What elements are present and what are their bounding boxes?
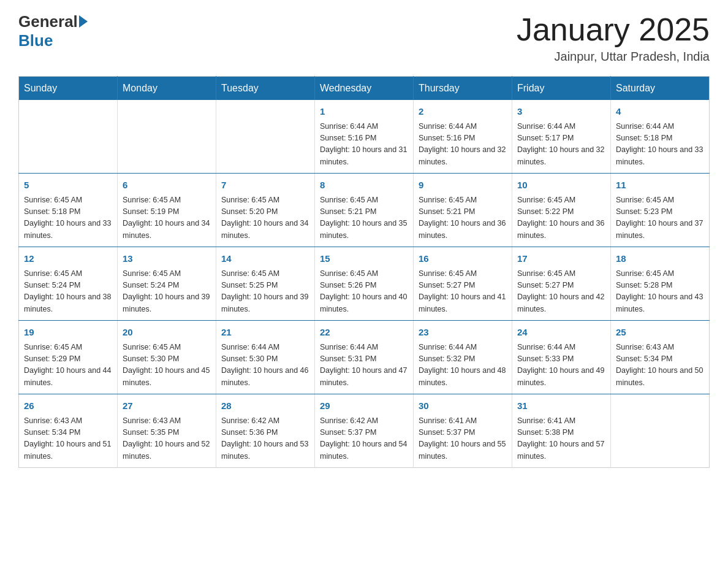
calendar-cell: 28Sunrise: 6:42 AMSunset: 5:36 PMDayligh… <box>216 394 315 468</box>
day-info: Sunrise: 6:45 AMSunset: 5:21 PMDaylight:… <box>419 194 507 242</box>
day-info: Sunrise: 6:45 AMSunset: 5:21 PMDaylight:… <box>320 194 408 242</box>
day-info: Sunrise: 6:45 AMSunset: 5:22 PMDaylight:… <box>517 194 605 242</box>
calendar-cell <box>611 394 710 468</box>
day-info: Sunrise: 6:45 AMSunset: 5:23 PMDaylight:… <box>616 194 704 242</box>
day-number: 22 <box>320 326 408 340</box>
calendar-body: 1Sunrise: 6:44 AMSunset: 5:16 PMDaylight… <box>19 100 710 468</box>
logo-triangle-icon <box>79 15 88 28</box>
day-info: Sunrise: 6:45 AMSunset: 5:24 PMDaylight:… <box>24 268 112 316</box>
calendar-cell: 7Sunrise: 6:45 AMSunset: 5:20 PMDaylight… <box>216 174 315 247</box>
calendar-table: SundayMondayTuesdayWednesdayThursdayFrid… <box>18 76 710 468</box>
day-number: 12 <box>24 252 112 266</box>
day-number: 26 <box>24 399 112 413</box>
day-number: 27 <box>123 399 211 413</box>
calendar-cell: 27Sunrise: 6:43 AMSunset: 5:35 PMDayligh… <box>118 394 216 468</box>
calendar-cell: 15Sunrise: 6:45 AMSunset: 5:26 PMDayligh… <box>315 247 414 321</box>
calendar-cell: 22Sunrise: 6:44 AMSunset: 5:31 PMDayligh… <box>315 321 414 394</box>
day-header-row: SundayMondayTuesdayWednesdayThursdayFrid… <box>19 77 710 101</box>
day-info: Sunrise: 6:44 AMSunset: 5:16 PMDaylight:… <box>320 121 408 169</box>
day-number: 2 <box>419 105 507 119</box>
calendar-cell: 3Sunrise: 6:44 AMSunset: 5:17 PMDaylight… <box>512 100 611 174</box>
day-info: Sunrise: 6:45 AMSunset: 5:30 PMDaylight:… <box>123 342 211 389</box>
calendar-cell: 10Sunrise: 6:45 AMSunset: 5:22 PMDayligh… <box>512 174 611 247</box>
calendar-cell: 18Sunrise: 6:45 AMSunset: 5:28 PMDayligh… <box>611 247 710 321</box>
day-info: Sunrise: 6:44 AMSunset: 5:16 PMDaylight:… <box>419 121 507 169</box>
day-number: 8 <box>320 178 408 193</box>
day-info: Sunrise: 6:45 AMSunset: 5:27 PMDaylight:… <box>517 268 605 316</box>
day-info: Sunrise: 6:43 AMSunset: 5:34 PMDaylight:… <box>616 342 704 389</box>
day-number: 31 <box>517 399 605 413</box>
day-header-friday: Friday <box>512 77 611 101</box>
day-info: Sunrise: 6:45 AMSunset: 5:18 PMDaylight:… <box>24 194 112 242</box>
logo-blue-part <box>78 15 88 29</box>
day-info: Sunrise: 6:45 AMSunset: 5:26 PMDaylight:… <box>320 268 408 316</box>
day-number: 20 <box>123 326 211 340</box>
day-number: 28 <box>221 399 309 413</box>
calendar-cell: 20Sunrise: 6:45 AMSunset: 5:30 PMDayligh… <box>118 321 216 394</box>
day-header-thursday: Thursday <box>414 77 512 101</box>
calendar-cell: 12Sunrise: 6:45 AMSunset: 5:24 PMDayligh… <box>19 247 118 321</box>
calendar-cell: 13Sunrise: 6:45 AMSunset: 5:24 PMDayligh… <box>118 247 216 321</box>
calendar-cell: 16Sunrise: 6:45 AMSunset: 5:27 PMDayligh… <box>414 247 512 321</box>
calendar-cell: 25Sunrise: 6:43 AMSunset: 5:34 PMDayligh… <box>611 321 710 394</box>
day-info: Sunrise: 6:43 AMSunset: 5:34 PMDaylight:… <box>24 415 112 463</box>
calendar-cell: 31Sunrise: 6:41 AMSunset: 5:38 PMDayligh… <box>512 394 611 468</box>
calendar-week-3: 19Sunrise: 6:45 AMSunset: 5:29 PMDayligh… <box>19 321 710 394</box>
month-title: January 2025 <box>517 12 710 47</box>
day-number: 18 <box>616 252 704 266</box>
calendar-header: SundayMondayTuesdayWednesdayThursdayFrid… <box>19 77 710 101</box>
day-number: 30 <box>419 399 507 413</box>
location-subtitle: Jainpur, Uttar Pradesh, India <box>517 50 710 64</box>
calendar-week-0: 1Sunrise: 6:44 AMSunset: 5:16 PMDaylight… <box>19 100 710 174</box>
calendar-cell <box>118 100 216 174</box>
logo: General Blue <box>18 12 88 50</box>
day-number: 4 <box>616 105 704 119</box>
day-number: 14 <box>221 252 309 266</box>
calendar-cell: 17Sunrise: 6:45 AMSunset: 5:27 PMDayligh… <box>512 247 611 321</box>
day-info: Sunrise: 6:43 AMSunset: 5:35 PMDaylight:… <box>123 415 211 463</box>
day-info: Sunrise: 6:44 AMSunset: 5:33 PMDaylight:… <box>517 342 605 389</box>
day-number: 11 <box>616 178 704 193</box>
day-info: Sunrise: 6:45 AMSunset: 5:27 PMDaylight:… <box>419 268 507 316</box>
calendar-cell: 11Sunrise: 6:45 AMSunset: 5:23 PMDayligh… <box>611 174 710 247</box>
day-info: Sunrise: 6:42 AMSunset: 5:36 PMDaylight:… <box>221 415 309 463</box>
day-info: Sunrise: 6:44 AMSunset: 5:30 PMDaylight:… <box>221 342 309 389</box>
day-number: 19 <box>24 326 112 340</box>
title-block: January 2025 Jainpur, Uttar Pradesh, Ind… <box>517 12 710 64</box>
day-number: 1 <box>320 105 408 119</box>
day-info: Sunrise: 6:45 AMSunset: 5:25 PMDaylight:… <box>221 268 309 316</box>
calendar-cell: 21Sunrise: 6:44 AMSunset: 5:30 PMDayligh… <box>216 321 315 394</box>
day-info: Sunrise: 6:45 AMSunset: 5:28 PMDaylight:… <box>616 268 704 316</box>
logo-general-text: General <box>18 12 78 31</box>
day-number: 16 <box>419 252 507 266</box>
day-info: Sunrise: 6:44 AMSunset: 5:17 PMDaylight:… <box>517 121 605 169</box>
calendar-cell: 14Sunrise: 6:45 AMSunset: 5:25 PMDayligh… <box>216 247 315 321</box>
day-number: 25 <box>616 326 704 340</box>
calendar-cell: 4Sunrise: 6:44 AMSunset: 5:18 PMDaylight… <box>611 100 710 174</box>
calendar-cell: 9Sunrise: 6:45 AMSunset: 5:21 PMDaylight… <box>414 174 512 247</box>
day-number: 6 <box>123 178 211 193</box>
day-header-sunday: Sunday <box>19 77 118 101</box>
calendar-cell: 24Sunrise: 6:44 AMSunset: 5:33 PMDayligh… <box>512 321 611 394</box>
calendar-cell <box>216 100 315 174</box>
day-header-tuesday: Tuesday <box>216 77 315 101</box>
day-number: 13 <box>123 252 211 266</box>
calendar-cell: 6Sunrise: 6:45 AMSunset: 5:19 PMDaylight… <box>118 174 216 247</box>
day-number: 24 <box>517 326 605 340</box>
calendar-cell: 2Sunrise: 6:44 AMSunset: 5:16 PMDaylight… <box>414 100 512 174</box>
calendar-cell: 5Sunrise: 6:45 AMSunset: 5:18 PMDaylight… <box>19 174 118 247</box>
day-header-saturday: Saturday <box>611 77 710 101</box>
day-info: Sunrise: 6:41 AMSunset: 5:37 PMDaylight:… <box>419 415 507 463</box>
day-info: Sunrise: 6:45 AMSunset: 5:24 PMDaylight:… <box>123 268 211 316</box>
calendar-cell: 8Sunrise: 6:45 AMSunset: 5:21 PMDaylight… <box>315 174 414 247</box>
day-info: Sunrise: 6:45 AMSunset: 5:29 PMDaylight:… <box>24 342 112 389</box>
day-info: Sunrise: 6:44 AMSunset: 5:31 PMDaylight:… <box>320 342 408 389</box>
calendar-cell: 30Sunrise: 6:41 AMSunset: 5:37 PMDayligh… <box>414 394 512 468</box>
calendar-cell: 19Sunrise: 6:45 AMSunset: 5:29 PMDayligh… <box>19 321 118 394</box>
day-number: 21 <box>221 326 309 340</box>
day-number: 9 <box>419 178 507 193</box>
day-number: 7 <box>221 178 309 193</box>
day-number: 29 <box>320 399 408 413</box>
day-number: 17 <box>517 252 605 266</box>
calendar-week-4: 26Sunrise: 6:43 AMSunset: 5:34 PMDayligh… <box>19 394 710 468</box>
